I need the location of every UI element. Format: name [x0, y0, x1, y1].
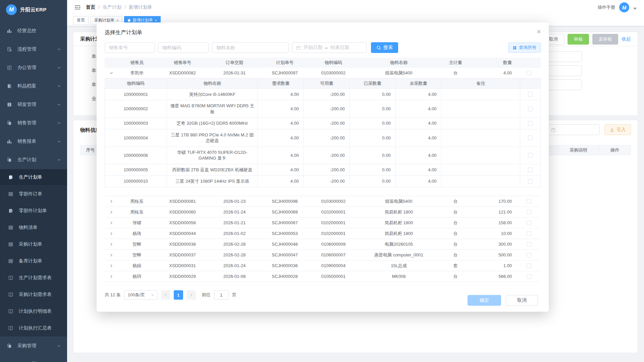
chevron-right-icon[interactable]: [109, 210, 113, 214]
row-checkbox[interactable]: [528, 179, 533, 184]
sidebar-item-销售报表[interactable]: 销售报表: [0, 132, 67, 150]
plan-row-SCJH000036[interactable]: 杨娟XSDD0000312026-01-24SCJH00003601090000…: [105, 260, 541, 271]
row-checkbox[interactable]: [528, 168, 533, 172]
cell-unit: 台: [441, 196, 470, 206]
sidebar-item-零部件订单[interactable]: 零部件订单: [0, 186, 67, 202]
row-checkbox[interactable]: [527, 71, 531, 75]
page-size-select[interactable]: 100条/页: [124, 290, 158, 300]
plan-row-SCJH000097[interactable]: 李凯华XSDD0000822026-01-31SCJH0000970103000…: [105, 68, 541, 78]
collapse-link[interactable]: 收起: [622, 36, 631, 42]
chevron-right-icon[interactable]: [109, 264, 113, 268]
sidebar-item-物料清单[interactable]: 物料清单: [0, 219, 67, 236]
detail-row[interactable]: 1000000004三星 1TB 980 PRO PCIe 4.0 NVMe M…: [105, 129, 540, 147]
detail-row[interactable]: 1000000005西部数据 2TB 蓝盘 WD20EZBX 机械硬盘4.00-…: [105, 164, 540, 176]
row-checkbox[interactable]: [528, 92, 533, 97]
import-button[interactable]: 引入: [604, 124, 631, 135]
breadcrumb-home[interactable]: 首页: [86, 4, 95, 10]
sidebar-item-销售管理[interactable]: 销售管理: [0, 114, 67, 132]
row-checkbox[interactable]: [527, 242, 531, 247]
material-name-input[interactable]: [212, 42, 289, 53]
detail-cell-available: -200.00: [304, 147, 350, 164]
chevron-down-icon[interactable]: [109, 71, 113, 75]
row-checkbox[interactable]: [528, 153, 533, 158]
next-page-button[interactable]: [186, 290, 196, 300]
col-plan_no: 计划单号: [260, 58, 310, 68]
plan-row-SCJH000053[interactable]: 杨琦XSDD0000442026-01-02SCJH00005301020000…: [105, 228, 541, 239]
row-checkbox[interactable]: [527, 221, 531, 225]
sidebar-item-生产计划需求表[interactable]: 生产计划需求表: [0, 269, 67, 286]
query-all-button[interactable]: 查询所有: [508, 43, 541, 53]
plan-row-SCJH000096[interactable]: 周桂东XSDD0000812026-01-23SCJH0000960103000…: [105, 196, 541, 207]
goto-page-input[interactable]: [214, 290, 229, 300]
detail-row[interactable]: 1000000010三星 24英寸 1080P 144Hz IPS 显示器4.0…: [105, 176, 540, 187]
chevron-right-icon[interactable]: [109, 232, 113, 236]
hamburger-icon[interactable]: [74, 5, 80, 10]
audit-button[interactable]: 审核: [568, 34, 589, 45]
chevron-right-icon[interactable]: [109, 221, 113, 225]
date-range-picker[interactable]: 开始日期 – 结束日期: [292, 42, 367, 53]
detail-cell-demand: 4.00: [258, 89, 304, 100]
sidebar-item-料品档案[interactable]: 料品档案: [0, 77, 67, 95]
plan-row-SCJH000067[interactable]: 张键XSDD0000582026-01-21SCJH00006701020000…: [105, 218, 541, 228]
chevron-right-icon[interactable]: [109, 242, 113, 246]
caret-down-icon[interactable]: [633, 8, 637, 10]
sidebar-item-经营总控[interactable]: 经营总控: [0, 21, 67, 40]
material-code-input[interactable]: [158, 42, 209, 53]
row-checkbox[interactable]: [527, 253, 531, 257]
dialog-cancel-button[interactable]: 取消: [506, 295, 538, 306]
cell-seller: 李凯华: [118, 68, 156, 78]
confirm-button[interactable]: 确定: [468, 295, 501, 306]
col-mat_name: 物料名称: [357, 58, 441, 68]
sidebar-item-采购管理[interactable]: 采购管理: [0, 337, 67, 355]
detail-row[interactable]: 1000000003芝奇 32GB (16G×2) DDR5 6000MHz4.…: [105, 118, 540, 129]
cell-expand: [105, 207, 118, 217]
chevron-right-icon[interactable]: [109, 275, 113, 279]
chevron-right-icon[interactable]: [109, 253, 113, 257]
breadcrumb-section[interactable]: 生产计划: [103, 4, 121, 10]
plan-row-SCJH000069[interactable]: 周桂东XSDD0000602026-01-24SCJH0000690102000…: [105, 207, 541, 218]
sidebar-item-计划执行明细表[interactable]: 计划执行明细表: [0, 303, 67, 320]
sidebar-item-采购计划需求表[interactable]: 采购计划需求表: [0, 286, 67, 303]
page-number-1[interactable]: 1: [174, 290, 183, 300]
row-checkbox[interactable]: [527, 231, 531, 236]
avatar[interactable]: M: [619, 2, 629, 12]
sidebar-item-办公管理[interactable]: 办公管理: [0, 58, 67, 77]
close-tab-icon[interactable]: ×: [116, 18, 118, 22]
dialog-search-bar: 开始日期 – 结束日期 搜索 查询所有: [105, 42, 541, 53]
search-button[interactable]: 搜索: [371, 42, 398, 53]
detail-table-header: 物料编码物料名称需求数量可用量已采数量未采数量备注: [105, 78, 540, 89]
cell-qty: 1.00: [470, 260, 517, 271]
material-filter-input[interactable]: [547, 124, 600, 135]
row-checkbox[interactable]: [528, 107, 533, 111]
page-actions: 取消 审核 反审核 收起: [543, 34, 631, 45]
sidebar-item-研发管理[interactable]: 研发管理: [0, 95, 67, 114]
sidebar-item-生产计划单[interactable]: 生产计划单: [0, 169, 67, 186]
row-checkbox[interactable]: [527, 274, 531, 279]
plan-row-SCJH000047[interactable]: 贺蝉XSDD0000372026-02-28SCJH00004701060000…: [105, 250, 541, 260]
detail-row[interactable]: 1000000002微星 MAG B760M MORTAR WIFI DDR5 …: [105, 100, 540, 118]
close-tab-icon[interactable]: ×: [155, 18, 157, 22]
sidebar-item-计划执行汇总表[interactable]: 计划执行汇总表: [0, 320, 67, 337]
tab-home[interactable]: 首页: [73, 16, 89, 25]
row-checkbox[interactable]: [528, 135, 533, 140]
close-icon[interactable]: [536, 29, 541, 34]
row-checkbox[interactable]: [528, 121, 533, 126]
manual-link[interactable]: 操作手册: [598, 4, 615, 10]
sidebar-item-备库计划单[interactable]: 备库计划单: [0, 253, 67, 269]
row-checkbox[interactable]: [527, 199, 531, 204]
detail-row[interactable]: 1000000006华硕 TUF-RTX 4070 SUPER-O12G-GAM…: [105, 147, 540, 164]
sale-no-input[interactable]: [105, 42, 155, 53]
plan-row-SCJH000028[interactable]: 杨玥XSDD0000292026-01-08SCJH00002801050000…: [105, 271, 541, 282]
sidebar-item-车间设置[interactable]: 车间设置: [0, 355, 67, 362]
row-checkbox[interactable]: [527, 263, 531, 268]
sidebar-item-生产计划[interactable]: 生产计划: [0, 150, 67, 169]
row-checkbox[interactable]: [527, 210, 531, 215]
sidebar-item-流程管理[interactable]: 流程管理: [0, 40, 67, 58]
sidebar-item-零部件计划单[interactable]: 零部件计划单: [0, 202, 67, 219]
sidebar-item-采购计划单[interactable]: 采购计划单: [0, 236, 67, 253]
detail-row[interactable]: 1000000001英特尔Core i5-14600KF4.00-200.000…: [105, 89, 540, 101]
plan-row-SCJH000048[interactable]: 贺蝉XSDD0000382026-02-28SCJH00004801060000…: [105, 239, 541, 250]
unaudit-button[interactable]: 反审核: [592, 34, 618, 45]
chevron-right-icon[interactable]: [109, 199, 113, 203]
prev-page-button[interactable]: [161, 290, 170, 300]
